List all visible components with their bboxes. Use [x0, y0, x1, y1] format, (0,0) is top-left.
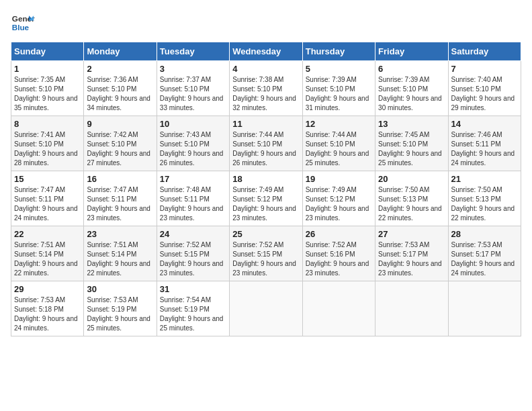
calendar-cell: 22Sunrise: 7:51 AMSunset: 5:14 PMDayligh…: [11, 226, 84, 281]
calendar-cell: [448, 281, 521, 336]
day-number: 19: [306, 174, 372, 184]
day-number: 9: [87, 119, 153, 129]
day-detail: Sunrise: 7:47 AMSunset: 5:11 PMDaylight:…: [14, 185, 81, 223]
calendar-cell: 27Sunrise: 7:53 AMSunset: 5:17 PMDayligh…: [375, 226, 448, 281]
calendar-cell: 15Sunrise: 7:47 AMSunset: 5:11 PMDayligh…: [11, 171, 84, 226]
calendar-cell: 1Sunrise: 7:35 AMSunset: 5:10 PMDaylight…: [11, 61, 84, 116]
day-number: 22: [14, 229, 81, 239]
day-number: 3: [160, 64, 226, 74]
calendar-week-row: 8Sunrise: 7:41 AMSunset: 5:10 PMDaylight…: [11, 116, 521, 171]
day-detail: Sunrise: 7:43 AMSunset: 5:10 PMDaylight:…: [160, 130, 226, 168]
calendar-cell: 24Sunrise: 7:52 AMSunset: 5:15 PMDayligh…: [157, 226, 229, 281]
calendar-cell: 31Sunrise: 7:54 AMSunset: 5:19 PMDayligh…: [157, 281, 229, 336]
calendar-cell: 18Sunrise: 7:49 AMSunset: 5:12 PMDayligh…: [230, 171, 302, 226]
weekday-header: Monday: [84, 42, 157, 61]
day-number: 18: [232, 174, 299, 184]
day-number: 12: [306, 119, 372, 129]
weekday-header-row: SundayMondayTuesdayWednesdayThursdayFrid…: [11, 42, 521, 61]
day-detail: Sunrise: 7:40 AMSunset: 5:10 PMDaylight:…: [451, 75, 518, 113]
day-number: 6: [378, 64, 445, 74]
calendar-cell: 19Sunrise: 7:49 AMSunset: 5:12 PMDayligh…: [302, 171, 375, 226]
day-number: 31: [160, 284, 226, 294]
calendar-cell: 16Sunrise: 7:47 AMSunset: 5:11 PMDayligh…: [84, 171, 157, 226]
day-detail: Sunrise: 7:50 AMSunset: 5:13 PMDaylight:…: [378, 185, 445, 223]
day-number: 27: [378, 229, 445, 239]
calendar-cell: 21Sunrise: 7:50 AMSunset: 5:13 PMDayligh…: [448, 171, 521, 226]
svg-text:Blue: Blue: [12, 23, 30, 32]
calendar-cell: [302, 281, 375, 336]
calendar-cell: 20Sunrise: 7:50 AMSunset: 5:13 PMDayligh…: [375, 171, 448, 226]
day-number: 2: [87, 64, 153, 74]
weekday-header: Sunday: [11, 42, 84, 61]
calendar-cell: 23Sunrise: 7:51 AMSunset: 5:14 PMDayligh…: [84, 226, 157, 281]
calendar-cell: 8Sunrise: 7:41 AMSunset: 5:10 PMDaylight…: [11, 116, 84, 171]
calendar-cell: 28Sunrise: 7:53 AMSunset: 5:17 PMDayligh…: [448, 226, 521, 281]
calendar-cell: 10Sunrise: 7:43 AMSunset: 5:10 PMDayligh…: [157, 116, 229, 171]
weekday-header: Wednesday: [230, 42, 302, 61]
day-detail: Sunrise: 7:37 AMSunset: 5:10 PMDaylight:…: [160, 75, 226, 113]
day-detail: Sunrise: 7:35 AMSunset: 5:10 PMDaylight:…: [14, 75, 81, 113]
day-number: 20: [378, 174, 445, 184]
day-detail: Sunrise: 7:52 AMSunset: 5:15 PMDaylight:…: [160, 240, 226, 278]
day-number: 7: [451, 64, 518, 74]
day-detail: Sunrise: 7:51 AMSunset: 5:14 PMDaylight:…: [14, 240, 81, 278]
day-detail: Sunrise: 7:49 AMSunset: 5:12 PMDaylight:…: [306, 185, 372, 223]
day-number: 11: [232, 119, 299, 129]
calendar-cell: 11Sunrise: 7:44 AMSunset: 5:10 PMDayligh…: [230, 116, 302, 171]
logo: General Blue: [11, 11, 35, 35]
calendar-table: SundayMondayTuesdayWednesdayThursdayFrid…: [11, 42, 521, 336]
day-number: 30: [87, 284, 153, 294]
day-detail: Sunrise: 7:53 AMSunset: 5:19 PMDaylight:…: [87, 295, 153, 333]
day-detail: Sunrise: 7:49 AMSunset: 5:12 PMDaylight:…: [232, 185, 299, 223]
calendar-cell: 13Sunrise: 7:45 AMSunset: 5:10 PMDayligh…: [375, 116, 448, 171]
day-detail: Sunrise: 7:39 AMSunset: 5:10 PMDaylight:…: [306, 75, 372, 113]
calendar-cell: 25Sunrise: 7:52 AMSunset: 5:15 PMDayligh…: [230, 226, 302, 281]
weekday-header: Saturday: [448, 42, 521, 61]
day-number: 16: [87, 174, 153, 184]
calendar-week-row: 29Sunrise: 7:53 AMSunset: 5:18 PMDayligh…: [11, 281, 521, 336]
day-number: 14: [451, 119, 518, 129]
day-number: 15: [14, 174, 81, 184]
calendar-header: SundayMondayTuesdayWednesdayThursdayFrid…: [11, 42, 521, 61]
day-detail: Sunrise: 7:53 AMSunset: 5:17 PMDaylight:…: [451, 240, 518, 278]
calendar-cell: [375, 281, 448, 336]
weekday-header: Thursday: [302, 42, 375, 61]
calendar-cell: 5Sunrise: 7:39 AMSunset: 5:10 PMDaylight…: [302, 61, 375, 116]
day-number: 5: [306, 64, 372, 74]
day-number: 1: [14, 64, 81, 74]
calendar-cell: 26Sunrise: 7:52 AMSunset: 5:16 PMDayligh…: [302, 226, 375, 281]
calendar-cell: 17Sunrise: 7:48 AMSunset: 5:11 PMDayligh…: [157, 171, 229, 226]
day-detail: Sunrise: 7:54 AMSunset: 5:19 PMDaylight:…: [160, 295, 226, 333]
calendar-cell: 9Sunrise: 7:42 AMSunset: 5:10 PMDaylight…: [84, 116, 157, 171]
logo-icon: General Blue: [11, 11, 35, 35]
calendar-cell: 3Sunrise: 7:37 AMSunset: 5:10 PMDaylight…: [157, 61, 229, 116]
weekday-header: Tuesday: [157, 42, 229, 61]
day-number: 21: [451, 174, 518, 184]
day-number: 26: [306, 229, 372, 239]
calendar-week-row: 1Sunrise: 7:35 AMSunset: 5:10 PMDaylight…: [11, 61, 521, 116]
calendar-cell: 2Sunrise: 7:36 AMSunset: 5:10 PMDaylight…: [84, 61, 157, 116]
day-detail: Sunrise: 7:38 AMSunset: 5:10 PMDaylight:…: [232, 75, 299, 113]
day-number: 25: [232, 229, 299, 239]
day-detail: Sunrise: 7:53 AMSunset: 5:18 PMDaylight:…: [14, 295, 81, 333]
day-number: 29: [14, 284, 81, 294]
day-number: 24: [160, 229, 226, 239]
day-number: 13: [378, 119, 445, 129]
calendar-cell: 4Sunrise: 7:38 AMSunset: 5:10 PMDaylight…: [230, 61, 302, 116]
calendar-week-row: 15Sunrise: 7:47 AMSunset: 5:11 PMDayligh…: [11, 171, 521, 226]
day-number: 23: [87, 229, 153, 239]
day-detail: Sunrise: 7:45 AMSunset: 5:10 PMDaylight:…: [378, 130, 445, 168]
day-number: 4: [232, 64, 299, 74]
day-detail: Sunrise: 7:39 AMSunset: 5:10 PMDaylight:…: [378, 75, 445, 113]
day-detail: Sunrise: 7:44 AMSunset: 5:10 PMDaylight:…: [232, 130, 299, 168]
day-number: 8: [14, 119, 81, 129]
day-detail: Sunrise: 7:42 AMSunset: 5:10 PMDaylight:…: [87, 130, 153, 168]
day-detail: Sunrise: 7:47 AMSunset: 5:11 PMDaylight:…: [87, 185, 153, 223]
day-number: 10: [160, 119, 226, 129]
day-detail: Sunrise: 7:52 AMSunset: 5:16 PMDaylight:…: [306, 240, 372, 278]
day-detail: Sunrise: 7:36 AMSunset: 5:10 PMDaylight:…: [87, 75, 153, 113]
day-detail: Sunrise: 7:53 AMSunset: 5:17 PMDaylight:…: [378, 240, 445, 278]
day-detail: Sunrise: 7:51 AMSunset: 5:14 PMDaylight:…: [87, 240, 153, 278]
day-detail: Sunrise: 7:50 AMSunset: 5:13 PMDaylight:…: [451, 185, 518, 223]
day-detail: Sunrise: 7:52 AMSunset: 5:15 PMDaylight:…: [232, 240, 299, 278]
